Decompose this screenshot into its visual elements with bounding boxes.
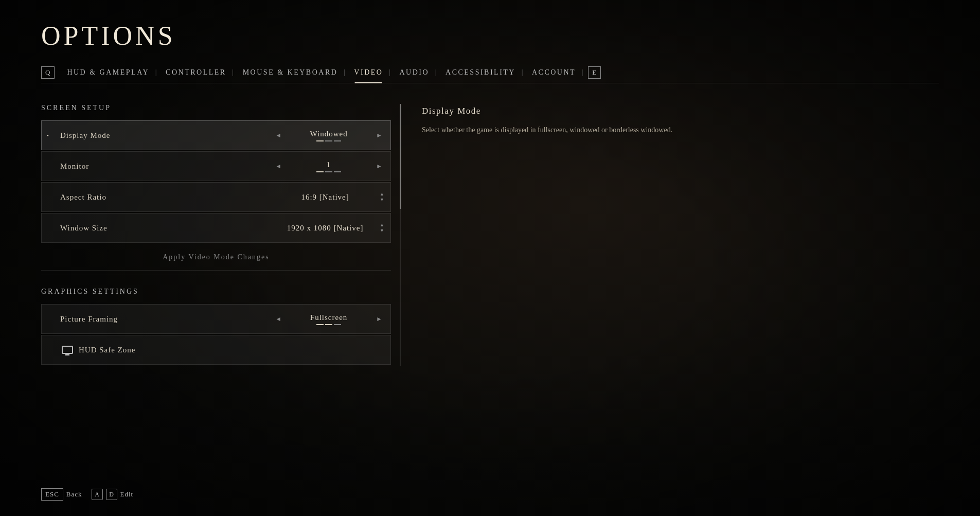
main-content: SCREEN SETUP • Display Mode ◄ Windowed — [41, 104, 761, 366]
display-mode-row[interactable]: • Display Mode ◄ Windowed ► — [41, 120, 391, 150]
window-size-selector[interactable]: ▲ ▼ — [380, 223, 384, 233]
window-size-value: 1920 x 1080 [Native] — [274, 224, 377, 233]
info-description: Select whether the game is displayed in … — [422, 123, 689, 136]
screen-setup-section: SCREEN SETUP • Display Mode ◄ Windowed — [41, 104, 391, 271]
window-size-row[interactable]: • Window Size 1920 x 1080 [Native] ▲ ▼ — [41, 213, 391, 243]
nav-item-video[interactable]: VIDEO — [346, 66, 391, 79]
nav-left-key[interactable]: Q — [41, 66, 55, 79]
display-mode-label: Display Mode — [54, 131, 273, 140]
aspect-ratio-row[interactable]: • Aspect Ratio 16:9 [Native] ▲ ▼ — [41, 182, 391, 212]
scroll-track[interactable] — [400, 104, 401, 366]
settings-panel: SCREEN SETUP • Display Mode ◄ Windowed — [41, 104, 391, 366]
nav-item-account[interactable]: ACCOUNT — [524, 66, 584, 79]
page-container: OPTIONS Q HUD & GAMEPLAY CONTROLLER MOUS… — [0, 0, 980, 386]
aspect-ratio-selector[interactable]: ▲ ▼ — [380, 192, 384, 202]
monitor-value: 1 — [288, 161, 370, 169]
picture-framing-value: Fullscreen — [288, 313, 370, 322]
monitor-label: Monitor — [54, 162, 273, 171]
monitor-prev[interactable]: ◄ — [273, 161, 283, 172]
section-divider — [41, 275, 391, 275]
picture-framing-next[interactable]: ► — [374, 313, 384, 325]
aspect-ratio-control: 16:9 [Native] ▲ ▼ — [274, 192, 390, 202]
picture-framing-label: Picture Framing — [54, 315, 273, 324]
picture-framing-prev[interactable]: ◄ — [273, 313, 283, 325]
edit-label: Edit — [120, 490, 134, 499]
scroll-thumb[interactable] — [400, 104, 401, 209]
nav-bar: Q HUD & GAMEPLAY CONTROLLER MOUSE & KEYB… — [41, 66, 939, 83]
hud-safe-zone-row[interactable]: • HUD Safe Zone — [41, 335, 391, 365]
hud-safe-zone-label: HUD Safe Zone — [75, 346, 390, 354]
info-panel: Display Mode Select whether the game is … — [422, 104, 761, 366]
graphics-section-title: GRAPHICS SETTINGS — [41, 288, 391, 296]
esc-key[interactable]: ESC — [41, 488, 63, 501]
display-mode-prev[interactable]: ◄ — [273, 130, 283, 141]
window-size-label: Window Size — [54, 224, 274, 233]
nav-item-accessibility[interactable]: ACCESSIBILITY — [437, 66, 524, 79]
bottom-bar: ESC Back A D Edit — [41, 488, 133, 501]
apply-video-mode-button[interactable]: Apply Video Mode Changes — [41, 244, 391, 271]
window-size-control: 1920 x 1080 [Native] ▲ ▼ — [274, 223, 390, 233]
aspect-ratio-label: Aspect Ratio — [54, 193, 274, 202]
display-mode-control: ◄ Windowed ► — [273, 130, 390, 141]
display-mode-value: Windowed — [288, 130, 370, 138]
nav-right-key[interactable]: E — [588, 66, 601, 79]
monitor-row[interactable]: • Monitor ◄ 1 ► — [41, 151, 391, 181]
monitor-next[interactable]: ► — [374, 161, 384, 172]
nav-item-controller[interactable]: CONTROLLER — [157, 66, 235, 79]
display-mode-bullet: • — [42, 121, 54, 150]
picture-framing-row[interactable]: • Picture Framing ◄ Fullscreen ► — [41, 304, 391, 334]
nav-item-mouse[interactable]: MOUSE & KEYBOARD — [235, 66, 346, 79]
d-key[interactable]: D — [106, 489, 117, 500]
info-title: Display Mode — [422, 106, 761, 116]
picture-framing-control: ◄ Fullscreen ► — [273, 313, 390, 325]
screen-setup-title: SCREEN SETUP — [41, 104, 391, 112]
aspect-ratio-value: 16:9 [Native] — [274, 193, 377, 202]
display-mode-next[interactable]: ► — [374, 130, 384, 141]
nav-item-audio[interactable]: AUDIO — [391, 66, 437, 79]
monitor-control: ◄ 1 ► — [273, 161, 390, 172]
monitor-icon — [60, 343, 75, 357]
back-label: Back — [66, 490, 82, 499]
page-title: OPTIONS — [41, 21, 939, 51]
a-key[interactable]: A — [92, 489, 103, 500]
nav-item-hud[interactable]: HUD & GAMEPLAY — [59, 66, 157, 79]
graphics-settings-section: GRAPHICS SETTINGS • Picture Framing ◄ Fu… — [41, 288, 391, 365]
